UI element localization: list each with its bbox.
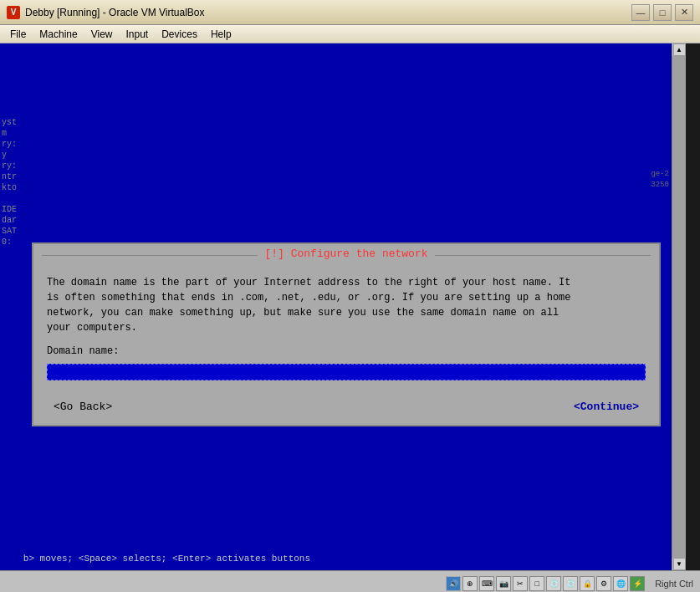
- maximize-button[interactable]: □: [653, 4, 672, 21]
- scissors-icon[interactable]: ✂: [513, 576, 528, 591]
- dialog-title-bar: [!] Configure the network: [33, 244, 659, 265]
- battery-icon[interactable]: ⚡: [630, 576, 645, 591]
- settings-icon[interactable]: ⚙: [596, 576, 611, 591]
- menu-help[interactable]: Help: [204, 27, 238, 42]
- vm-screen-container: yst m ry: y ry: ntr kto IDE dar SAT 0: ▲…: [0, 43, 700, 570]
- domain-input[interactable]: [47, 364, 646, 380]
- disk2-icon[interactable]: 💿: [563, 576, 578, 591]
- right-ctrl-label: Right Ctrl: [648, 579, 700, 589]
- minimize-button[interactable]: —: [631, 4, 650, 21]
- lock-icon[interactable]: 🔒: [580, 576, 595, 591]
- close-button[interactable]: ✕: [675, 4, 693, 21]
- go-back-button[interactable]: <Go Back>: [47, 399, 119, 415]
- dialog-title: [!] Configure the network: [258, 248, 434, 260]
- dialog-body-line1: The domain name is the part of your Inte…: [47, 275, 646, 290]
- scroll-up-arrow[interactable]: ▲: [673, 43, 686, 56]
- scrollbar[interactable]: ▲ ▼: [672, 43, 686, 570]
- statusbar-left: [0, 571, 442, 592]
- app-icon: V: [7, 6, 20, 19]
- vm-screen[interactable]: yst m ry: y ry: ntr kto IDE dar SAT 0: ▲…: [0, 43, 686, 570]
- statusbar-icons: 🔊 ⊕ ⌨ 📷 ✂ □ 💿 💿 🔒 ⚙ 🌐 ⚡: [442, 576, 648, 591]
- vm-sidebar-text: yst m ry: y ry: ntr kto IDE dar SAT 0:: [0, 43, 23, 570]
- dialog-body-line2: is often something that ends in .com, .n…: [47, 290, 646, 305]
- usb-icon[interactable]: ⊕: [462, 576, 478, 591]
- disk1-icon[interactable]: 💿: [546, 576, 561, 591]
- domain-label: Domain name:: [47, 344, 646, 359]
- scroll-track: [672, 56, 686, 558]
- window-title: Debby [Running] - Oracle VM VirtualBox: [25, 7, 631, 18]
- dialog-body: The domain name is the part of your Inte…: [33, 265, 659, 390]
- menu-view[interactable]: View: [84, 27, 120, 42]
- menu-machine[interactable]: Machine: [33, 27, 84, 42]
- menu-input[interactable]: Input: [120, 27, 156, 42]
- dialog-body-line4: your computers.: [47, 320, 646, 335]
- net2-icon[interactable]: 🌐: [613, 576, 628, 591]
- titlebar: V Debby [Running] - Oracle VM VirtualBox…: [0, 0, 700, 25]
- display-icon[interactable]: □: [529, 576, 544, 591]
- continue-button[interactable]: <Continue>: [567, 399, 646, 415]
- menu-file[interactable]: File: [3, 27, 33, 42]
- vm-right-info: ge-2 3250: [636, 169, 669, 191]
- keyboard-icon[interactable]: ⌨: [479, 576, 494, 591]
- scroll-down-arrow[interactable]: ▼: [673, 558, 686, 570]
- menubar: File Machine View Input Devices Help: [0, 25, 700, 43]
- vm-hint-text: <Tab> moves; <Space> selects; <Enter> ac…: [7, 554, 310, 564]
- network-icon[interactable]: 🔊: [446, 576, 461, 591]
- camera-icon[interactable]: 📷: [496, 576, 511, 591]
- vm-status-line: <Tab> moves; <Space> selects; <Enter> ac…: [0, 547, 672, 570]
- dialog-buttons: <Go Back> <Continue>: [33, 390, 659, 425]
- statusbar: 🔊 ⊕ ⌨ 📷 ✂ □ 💿 💿 🔒 ⚙ 🌐 ⚡ Right Ctrl: [0, 570, 700, 592]
- window-controls: — □ ✕: [631, 4, 693, 21]
- dialog-body-line3: network, you can make something up, but …: [47, 305, 646, 320]
- configure-network-dialog: [!] Configure the network The domain nam…: [32, 242, 661, 426]
- menu-devices[interactable]: Devices: [155, 27, 204, 42]
